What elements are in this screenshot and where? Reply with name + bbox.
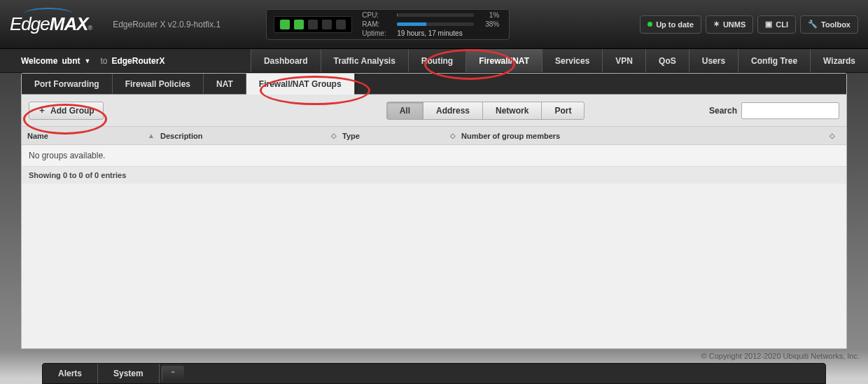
nav-dashboard[interactable]: Dashboard	[251, 49, 321, 72]
chevron-up-icon: ⌃	[170, 370, 176, 378]
ram-fill	[397, 22, 426, 26]
drawer-collapse-button[interactable]: ⌃	[162, 366, 184, 381]
sort-asc-icon: ▲	[148, 132, 160, 139]
unms-button[interactable]: ✶UNMS	[706, 15, 753, 34]
cli-icon: ▣	[765, 20, 772, 29]
logo-registered: ®	[88, 25, 92, 32]
nav-wizards[interactable]: Wizards	[810, 49, 868, 72]
filter-address-button[interactable]: Address	[423, 102, 483, 120]
uptime-label: Uptime:	[362, 29, 391, 37]
sort-icon: ◇	[830, 132, 841, 139]
th-type-label: Type	[342, 132, 360, 140]
status-dot-icon	[648, 22, 652, 27]
nav-qos[interactable]: QoS	[645, 49, 689, 72]
stat-lines: CPU: 1% RAM: 38% Uptime: 19 hours, 17 mi…	[362, 11, 502, 37]
nav-services[interactable]: Services	[542, 49, 602, 72]
sort-icon: ◇	[450, 132, 461, 139]
nav-config-tree[interactable]: Config Tree	[738, 49, 810, 72]
toolbox-label: Toolbox	[821, 20, 850, 29]
subtab-firewall-policies[interactable]: Firewall Policies	[113, 74, 204, 94]
toolbar: ＋Add Group All Address Network Port Sear…	[22, 95, 846, 127]
welcome-user: ubnt	[62, 56, 80, 66]
table-footer: Showing 0 to 0 of 0 entries	[22, 167, 846, 184]
search-input[interactable]	[741, 102, 839, 119]
content: Port Forwarding Firewall Policies NAT Fi…	[21, 73, 847, 349]
header-right: Up to date ✶UNMS ▣CLI 🔧Toolbox	[640, 15, 858, 34]
toolbox-button[interactable]: 🔧Toolbox	[800, 15, 858, 34]
nav-vpn[interactable]: VPN	[602, 49, 645, 72]
cpu-fill	[397, 13, 398, 17]
nav-users[interactable]: Users	[689, 49, 738, 72]
wrench-icon: 🔧	[808, 20, 818, 29]
uptime-row: Uptime: 19 hours, 17 minutes	[362, 29, 502, 37]
nav-row: Welcome ubnt ▼ to EdgeRouterX Dashboard …	[0, 49, 868, 73]
th-members[interactable]: Number of group members◇	[461, 132, 841, 140]
cpu-value: 1%	[479, 11, 499, 19]
filter-group: All Address Network Port	[387, 102, 585, 120]
ram-label: RAM:	[362, 20, 391, 28]
port-3-icon	[308, 20, 318, 29]
welcome-menu[interactable]: Welcome ubnt ▼ to EdgeRouterX	[0, 49, 177, 72]
nav-routing[interactable]: Routing	[408, 49, 465, 72]
chevron-down-icon: ▼	[84, 57, 90, 64]
bottom-drawer: Alerts System ⌃	[42, 363, 826, 384]
drawer-alerts[interactable]: Alerts	[43, 364, 98, 383]
subtab-firewall-nat-groups[interactable]: Firewall/NAT Groups	[246, 74, 355, 95]
port-4-icon	[322, 20, 332, 29]
cpu-row: CPU: 1%	[362, 11, 502, 19]
add-group-button[interactable]: ＋Add Group	[29, 102, 104, 120]
plus-icon: ＋	[38, 104, 46, 116]
cpu-bar	[397, 13, 474, 17]
uptodate-button[interactable]: Up to date	[640, 15, 701, 34]
welcome-device: EdgeRouterX	[111, 56, 164, 66]
stats-box: CPU: 1% RAM: 38% Uptime: 19 hours, 17 mi…	[266, 9, 510, 40]
ram-row: RAM: 38%	[362, 20, 502, 28]
filter-network-button[interactable]: Network	[482, 102, 542, 120]
filter-all-button[interactable]: All	[386, 102, 424, 120]
th-desc-label: Description	[160, 132, 203, 140]
drawer-system[interactable]: System	[98, 364, 160, 383]
ram-value: 38%	[479, 20, 499, 28]
port-status-group	[274, 16, 352, 33]
uptodate-label: Up to date	[656, 20, 694, 29]
th-name-label: Name	[27, 132, 48, 140]
cli-button[interactable]: ▣CLI	[757, 15, 796, 34]
add-group-label: Add Group	[50, 106, 94, 116]
th-members-label: Number of group members	[461, 132, 560, 140]
logo: EdgeMAX®	[10, 13, 92, 35]
header: EdgeMAX® EdgeRouter X v2.0.9-hotfix.1 CP…	[0, 0, 868, 49]
th-description[interactable]: Description◇	[160, 132, 342, 140]
copyright: © Copyright 2012-2020 Ubiquiti Networks,…	[701, 352, 860, 360]
unms-label: UNMS	[723, 20, 746, 29]
uptime-value: 19 hours, 17 minutes	[397, 29, 462, 37]
port-1-icon	[280, 20, 290, 29]
welcome-prefix: Welcome	[21, 56, 57, 66]
filter-port-button[interactable]: Port	[541, 102, 584, 120]
unms-icon: ✶	[713, 20, 720, 29]
search-label: Search	[709, 106, 737, 116]
subtab-port-forwarding[interactable]: Port Forwarding	[22, 74, 113, 94]
table-header: Name▲ Description◇ Type◇ Number of group…	[22, 127, 846, 145]
logo-swoosh-icon	[24, 8, 73, 20]
sort-icon: ◇	[331, 132, 342, 139]
subtab-nat[interactable]: NAT	[204, 74, 246, 94]
port-2-icon	[294, 20, 304, 29]
table-empty-row: No groups available.	[22, 145, 846, 167]
search-group: Search	[709, 102, 839, 119]
port-5-icon	[336, 20, 346, 29]
ram-bar	[397, 22, 474, 26]
nav-traffic-analysis[interactable]: Traffic Analysis	[321, 49, 408, 72]
main-nav: Dashboard Traffic Analysis Routing Firew…	[251, 49, 868, 72]
nav-firewall-nat[interactable]: Firewall/NAT	[465, 49, 542, 72]
th-type[interactable]: Type◇	[342, 132, 461, 140]
cli-label: CLI	[776, 20, 788, 29]
cpu-label: CPU:	[362, 11, 391, 19]
sub-tabs: Port Forwarding Firewall Policies NAT Fi…	[22, 74, 846, 95]
welcome-to: to	[100, 56, 107, 66]
th-name[interactable]: Name▲	[27, 132, 160, 140]
model-label: EdgeRouter X v2.0.9-hotfix.1	[113, 20, 220, 29]
